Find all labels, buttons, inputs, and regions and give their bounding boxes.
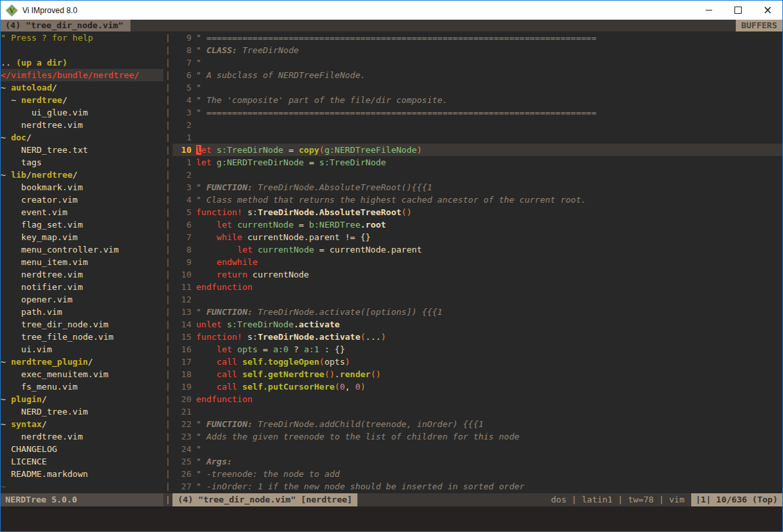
vsplit-bar-glyph: | [163,405,172,418]
vsplit-bar-glyph: | [163,81,172,94]
code-line[interactable]: 10let s:TreeDirNode = copy(g:NERDTreeFil… [172,144,782,156]
code-line[interactable]: 3" =====================================… [172,106,782,119]
tree-file-tree-dir-node[interactable]: tree_dir_node.vim [1,318,163,331]
code-line[interactable]: 4" The 'composite' part of the file/dir … [172,94,782,106]
code-line[interactable]: 7" [172,56,782,69]
maximize-button[interactable] [723,1,753,20]
tree-file-opener[interactable]: opener.vim [1,293,163,306]
code-line[interactable]: 26" -treenode: the node to add [172,468,782,480]
token [252,245,258,255]
statusline-nerdtree-segment: NERDTree 5.0.0 [1,493,163,506]
code-line[interactable]: 10 return currentNode [172,268,782,281]
tree-file-nerdtree-vim[interactable]: nerdtree.vim [1,119,163,131]
tree-file-notifier[interactable]: notifier.vim [1,281,163,293]
code-line[interactable]: 2 [172,169,782,181]
token: FUNCTION: [207,307,252,317]
tree-file-nerd-tree-txt[interactable]: NERD_tree.txt [1,144,163,156]
tree-dir-lib-nerdtree[interactable]: ~ lib/nerdtree/ [1,169,163,181]
tree-dir-autoload-nerdtree[interactable]: ~ nerdtree/ [1,94,163,106]
tree-file-creator[interactable]: creator.vim [1,194,163,206]
code-line[interactable]: 9 endwhile [172,256,782,268]
tree-blank[interactable] [1,44,163,56]
close-button[interactable]: × [753,1,782,20]
code-line[interactable]: 1 [172,131,782,144]
maximize-icon [734,7,742,14]
token: currentNode [237,220,294,230]
tree-file-event[interactable]: event.vim [1,206,163,218]
code-line[interactable]: 22" FUNCTION: TreeDirNode.addChild(treen… [172,418,782,430]
code-line[interactable]: 25" Args: [172,455,782,468]
code-line[interactable]: 15function! s:TreeDirNode.activate(...) [172,331,782,343]
tree-root-path[interactable]: </vimfiles/bundle/nerdtree/ [1,69,163,81]
code-line[interactable]: 1let g:NERDTreeDirNode = s:TreeDirNode [172,156,782,169]
token [196,220,216,230]
code-line[interactable]: 20endfunction [172,393,782,405]
token: / [88,357,93,367]
tree-dir-plugin[interactable]: ~ plugin/ [1,393,163,405]
tree-file-fs-menu[interactable]: fs_menu.vim [1,380,163,393]
tree-nontext[interactable]: ~ [1,480,163,493]
tree-file-readme[interactable]: README.markdown [1,468,163,480]
code-text [196,169,782,181]
tab-tree-dir-node[interactable]: (4) "tree_dir_node.vim" [1,20,130,31]
token: 0 [340,382,345,392]
code-line[interactable]: 9" =====================================… [172,31,782,44]
code-line[interactable]: 5function! s:TreeDirNode.AbsoluteTreeRoo… [172,206,782,218]
tree-dir-nerdtree-plugin[interactable]: ~ nerdtree_plugin/ [1,356,163,368]
token: flag_set.vim [1,220,83,230]
code-line[interactable]: 8 let currentNode = currentNode.parent [172,243,782,256]
code-line[interactable]: 27" -inOrder: 1 if the new node should b… [172,480,782,493]
vsplit-bar-glyph: | [163,480,172,493]
tree-file-changelog[interactable]: CHANGELOG [1,443,163,455]
tree-file-key-map[interactable]: key_map.vim [1,231,163,243]
tree-file-menu-item[interactable]: menu_item.vim [1,256,163,268]
tree-help[interactable]: " Press ? for help [1,31,163,44]
tree-up-a-dir[interactable]: .. (up a dir) [1,56,163,69]
code-line[interactable]: 4" Class method that returns the highest… [172,194,782,206]
code-line[interactable]: 13" FUNCTION: TreeDirNode.activate([opti… [172,306,782,318]
code-line[interactable]: 12 [172,293,782,306]
tree-file-menu-controller[interactable]: menu_controller.vim [1,243,163,256]
code-line[interactable]: 19 call self.putCursorHere(0, 0) [172,380,782,393]
tree-file-nerdtree3[interactable]: nerdtree.vim [1,430,163,443]
tree-file-nerd-tree-vim[interactable]: NERD_tree.vim [1,405,163,418]
code-line[interactable]: 21 [172,405,782,418]
tree-file-exec-menuitem[interactable]: exec_menuitem.vim [1,368,163,380]
code-line[interactable]: 16 let opts = a:0 ? a:1 : {} [172,343,782,356]
tree-file-ui[interactable]: ui.vim [1,343,163,356]
tree-file-path[interactable]: path.vim [1,306,163,318]
code-line[interactable]: 18 call self.getNerdtree().render() [172,368,782,380]
tree-dir-autoload[interactable]: ~ autoload/ [1,81,163,94]
token: " [196,444,201,454]
token: NERD_tree.vim [1,407,88,417]
token: endfunction [196,394,252,404]
tree-file-bookmark[interactable]: bookmark.vim [1,181,163,194]
token: a:1 [304,344,319,354]
code-line[interactable]: 6 let currentNode = b:NERDTree.root [172,218,782,231]
vertical-split-separator[interactable]: ||||||||||||||||||||||||||||||||||||| [163,31,172,493]
code-line[interactable]: 8" CLASS: TreeDirNode [172,44,782,56]
code-line[interactable]: 14unlet s:TreeDirNode.activate [172,318,782,331]
minimize-button[interactable] [694,1,723,20]
tree-file-tags[interactable]: tags [1,156,163,169]
token [196,382,216,392]
line-number: 10 [172,144,196,156]
code-line[interactable]: 17 call self.toggleOpen(opts) [172,356,782,368]
code-line[interactable]: 23" Adds the given treenode to the list … [172,430,782,443]
code-line[interactable]: 5" [172,81,782,94]
tree-file-licence[interactable]: LICENCE [1,455,163,468]
code-text: function! s:TreeDirNode.AbsoluteTreeRoot… [196,206,782,218]
code-line[interactable]: 3" FUNCTION: TreeDirNode.AbsoluteTreeRoo… [172,181,782,194]
code-line[interactable]: 2 [172,119,782,131]
code-line[interactable]: 11endfunction [172,281,782,293]
code-line[interactable]: 6" A subclass of NERDTreeFileNode. [172,69,782,81]
token: self.getNerdtree [242,369,324,379]
tree-file-tree-file-node[interactable]: tree_file_node.vim [1,331,163,343]
tree-dir-doc[interactable]: ~ doc/ [1,131,163,144]
tree-dir-syntax[interactable]: ~ syntax/ [1,418,163,430]
tree-file-nerdtree2[interactable]: nerdtree.vim [1,268,163,281]
tree-file-flag-set[interactable]: flag_set.vim [1,218,163,231]
code-line[interactable]: 7 while currentNode.parent != {} [172,231,782,243]
code-line[interactable]: 24" [172,443,782,455]
tree-file-ui-glue[interactable]: ui_glue.vim [1,106,163,119]
